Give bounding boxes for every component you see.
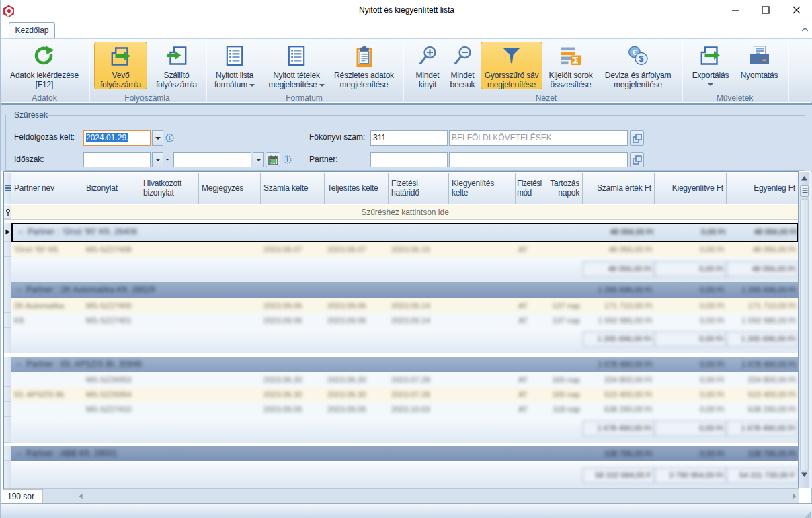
svg-text:€: €	[633, 48, 637, 56]
svg-text:$: $	[639, 54, 644, 64]
